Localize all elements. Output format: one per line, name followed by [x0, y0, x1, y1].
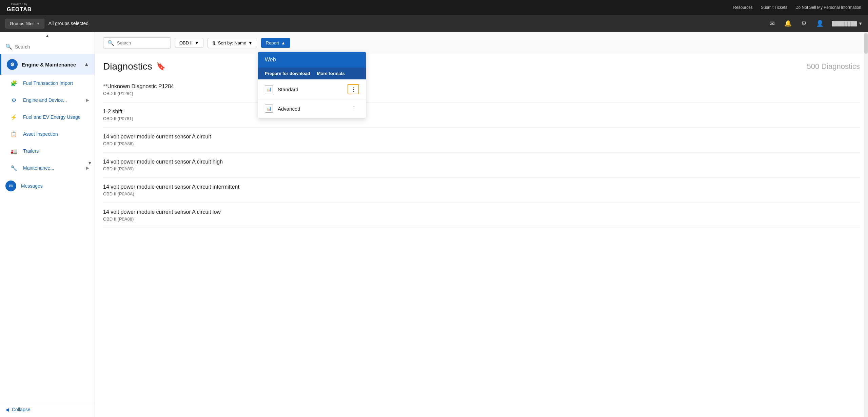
sort-label: Sort by: Name — [218, 40, 246, 45]
diagnostic-code: OBD II (P0A89) — [103, 166, 860, 171]
sidebar-item-label: Fuel Transaction Import — [23, 80, 73, 86]
powered-by-text: Powered by — [11, 2, 27, 6]
standard-report-icon: 📊 — [265, 85, 273, 93]
diagnostic-name: 14 volt power module current sensor A ci… — [103, 159, 860, 165]
sidebar-scroll-down[interactable]: ▼ — [88, 161, 92, 166]
diagnostic-name: 14 volt power module current sensor A ci… — [103, 209, 860, 215]
main-layout: ▲ 🔍 ⚙ Engine & Maintenance ▲ 🧩 Fuel Tran… — [0, 32, 868, 417]
sidebar-item-label: Fuel and EV Energy Usage — [23, 114, 81, 120]
diagnostics-list: **Unknown Diagnostic P1284 OBD II (P1284… — [103, 77, 860, 228]
report-dropdown: Web Prepare for download More formats 📊 … — [258, 52, 366, 118]
advanced-report-label: Advanced — [278, 106, 344, 112]
prepare-download-button[interactable]: Prepare for download — [265, 71, 310, 76]
dropdown-web-label: Web — [265, 57, 276, 62]
diagnostic-code: OBD II (P0A8A) — [103, 191, 860, 196]
sidebar-section-title: ⚙ Engine & Maintenance — [7, 59, 76, 70]
report-button[interactable]: Report ▲ — [261, 38, 290, 48]
diagnostic-name: 14 volt power module current sensor A ci… — [103, 134, 860, 140]
obd-filter-label: OBD II — [179, 40, 193, 45]
content-area: 🔍 OBD II ▼ ⇅ Sort by: Name ▼ Report ▲ We… — [95, 32, 868, 417]
sidebar-scroll-up[interactable]: ▲ — [0, 32, 95, 39]
content-main: Diagnostics 🔖 500 Diagnostics **Unknown … — [95, 54, 868, 228]
sidebar-item-engine-device[interactable]: ⚙ Engine and Device... ▶ — [0, 92, 95, 109]
sidebar-item-asset-inspection[interactable]: 📋 Asset Inspection — [0, 126, 95, 143]
diagnostic-item[interactable]: 1-2 shift OBD II (P0781) — [103, 102, 860, 128]
user-icon-button[interactable]: 👤 — [815, 18, 825, 29]
engine-device-icon: ⚙ — [9, 96, 18, 105]
sidebar-collapse-button[interactable]: ◀ Collapse — [0, 402, 95, 417]
sidebar-item-label: Asset Inspection — [23, 131, 58, 137]
sidebar: ▲ 🔍 ⚙ Engine & Maintenance ▲ 🧩 Fuel Tran… — [0, 32, 95, 417]
fuel-ev-icon: ⚡ — [9, 113, 18, 121]
fuel-transaction-icon: 🧩 — [9, 79, 18, 88]
sidebar-search-input[interactable] — [15, 44, 89, 50]
do-not-sell-link[interactable]: Do Not Sell My Personal Information — [795, 5, 861, 10]
diagnostic-item[interactable]: **Unknown Diagnostic P1284 OBD II (P1284… — [103, 77, 860, 102]
collapse-label: Collapse — [12, 407, 30, 412]
page-title: Diagnostics 🔖 — [103, 61, 165, 72]
sidebar-section-engine-maintenance[interactable]: ⚙ Engine & Maintenance ▲ — [0, 54, 95, 75]
all-groups-text: All groups selected — [48, 21, 88, 26]
mail-icon-button[interactable]: ✉ — [768, 18, 776, 29]
bookmark-icon[interactable]: 🔖 — [156, 62, 165, 71]
filter-bar: Groups filter ▼ All groups selected ✉ 🔔 … — [0, 15, 868, 32]
collapse-arrow-icon: ◀ — [5, 407, 9, 412]
obd-filter-button[interactable]: OBD II ▼ — [175, 38, 203, 48]
search-icon: 🔍 — [107, 40, 114, 46]
standard-report-label: Standard — [278, 87, 343, 92]
dropdown-actions-row: Prepare for download More formats — [258, 68, 366, 79]
submit-tickets-link[interactable]: Submit Tickets — [761, 5, 787, 10]
dropdown-advanced-item[interactable]: 📊 Advanced ⋮ — [258, 99, 366, 118]
logo-area: Powered by GEOTAB — [7, 2, 32, 13]
sort-icon: ⇅ — [212, 40, 216, 46]
search-input[interactable] — [117, 40, 166, 45]
sidebar-item-fuel-ev[interactable]: ⚡ Fuel and EV Energy Usage — [0, 109, 95, 126]
sidebar-item-fuel-transaction[interactable]: 🧩 Fuel Transaction Import — [0, 75, 95, 92]
sidebar-item-maintenance-arrow-icon: ▶ — [86, 166, 89, 170]
resources-link[interactable]: Resources — [733, 5, 753, 10]
content-toolbar: 🔍 OBD II ▼ ⇅ Sort by: Name ▼ Report ▲ — [95, 32, 868, 54]
messages-label: Messages — [21, 183, 43, 189]
advanced-more-icon[interactable]: ⋮ — [349, 104, 359, 113]
search-box: 🔍 — [103, 37, 171, 49]
engine-maintenance-icon: ⚙ — [7, 59, 18, 70]
sidebar-search-area: 🔍 — [0, 39, 95, 54]
dropdown-standard-item[interactable]: 📊 Standard ⋮ — [258, 79, 366, 99]
diagnostic-item[interactable]: 14 volt power module current sensor A ci… — [103, 153, 860, 178]
diagnostic-code: OBD II (P0781) — [103, 116, 860, 121]
standard-more-icon[interactable]: ⋮ — [348, 84, 359, 94]
groups-filter-button[interactable]: Groups filter ▼ — [5, 19, 44, 29]
scrollbar-track[interactable] — [864, 32, 868, 417]
user-menu-arrow-icon: ▼ — [858, 21, 863, 26]
diagnostic-item[interactable]: 14 volt power module current sensor A ci… — [103, 203, 860, 228]
top-bar: Powered by GEOTAB Resources Submit Ticke… — [0, 0, 868, 15]
maintenance-icon: 🔧 — [9, 164, 18, 172]
diagnostic-code: OBD II (P0A88) — [103, 216, 860, 222]
dropdown-web-option[interactable]: Web — [258, 52, 366, 68]
sidebar-item-messages[interactable]: ✉ Messages — [0, 176, 95, 195]
sidebar-search-icon: 🔍 — [5, 43, 12, 50]
diagnostic-item[interactable]: 14 volt power module current sensor A ci… — [103, 128, 860, 153]
groups-filter-arrow-icon: ▼ — [37, 22, 40, 25]
diagnostic-item[interactable]: 14 volt power module current sensor A ci… — [103, 178, 860, 203]
engine-maintenance-label: Engine & Maintenance — [22, 62, 76, 68]
report-label: Report — [266, 40, 279, 45]
diagnostic-code: OBD II (P1284) — [103, 91, 860, 96]
more-formats-button[interactable]: More formats — [317, 71, 345, 76]
bell-icon-button[interactable]: 🔔 — [783, 18, 793, 29]
geotab-logo: Powered by GEOTAB — [7, 2, 32, 13]
collapse-section-icon: ▲ — [84, 61, 89, 68]
brand-name: GEOTAB — [7, 6, 32, 13]
user-name: ████████ — [832, 21, 857, 26]
sort-button[interactable]: ⇅ Sort by: Name ▼ — [208, 38, 257, 48]
user-menu[interactable]: ████████ ▼ — [832, 21, 863, 26]
scrollbar-thumb[interactable] — [864, 33, 868, 54]
sidebar-item-maintenance[interactable]: 🔧 Maintenance... ▶ — [0, 159, 95, 176]
sidebar-item-trailers[interactable]: 🚛 Trailers — [0, 143, 95, 159]
page-title-text: Diagnostics — [103, 61, 152, 72]
sidebar-item-arrow-icon: ▶ — [86, 98, 89, 102]
gear-icon-button[interactable]: ⚙ — [800, 18, 808, 29]
messages-icon: ✉ — [5, 181, 16, 191]
diagnostic-code: OBD II (P0A86) — [103, 141, 860, 146]
asset-inspection-icon: 📋 — [9, 130, 18, 138]
